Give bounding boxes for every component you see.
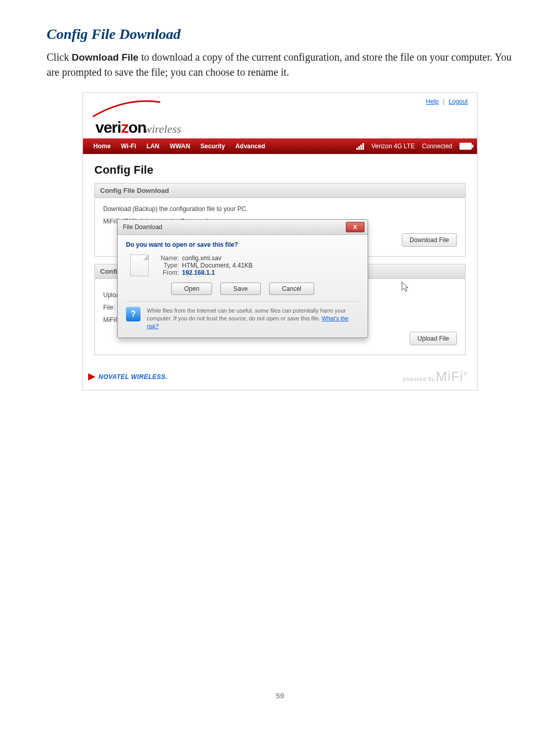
meta-type-key: Type: <box>156 262 179 269</box>
battery-icon <box>459 143 472 150</box>
link-separator: | <box>443 98 444 105</box>
novatel-brand: NOVATEL WIRELESS. <box>99 373 167 381</box>
shield-help-icon: ? <box>126 307 141 321</box>
file-icon <box>130 255 149 276</box>
cursor-icon <box>401 281 410 292</box>
nav-wifi[interactable]: Wi-Fi <box>116 143 141 150</box>
dialog-open-button[interactable]: Open <box>171 283 212 295</box>
logout-link[interactable]: Logout <box>449 98 468 105</box>
page-number: 59 <box>47 691 513 700</box>
upload-file-button[interactable]: Upload File <box>410 332 457 345</box>
router-admin-screenshot: Help | Logout verizon wireless Home Wi-F… <box>82 92 478 390</box>
nav-wwan[interactable]: WWAN <box>164 143 195 150</box>
help-link[interactable]: Help <box>426 98 439 105</box>
download-desc: Download (Backup) the configuration file… <box>103 205 457 213</box>
doc-body: Click Download File to download a copy o… <box>47 50 513 80</box>
mifi-text: MiFi <box>436 369 464 384</box>
brand-sub: wireless <box>144 122 181 136</box>
page-title: Config File <box>94 163 466 177</box>
novatel-arrow-icon <box>88 373 95 381</box>
dialog-cancel-button[interactable]: Cancel <box>269 283 314 295</box>
connection-state: Connected <box>422 143 452 150</box>
dialog-warning-text: While files from the Internet can be use… <box>147 307 359 330</box>
nav-bar: Home Wi-Fi LAN WWAN Security Advanced Ve… <box>83 138 477 154</box>
dialog-close-button[interactable]: X <box>346 222 365 232</box>
dialog-save-button[interactable]: Save <box>220 283 260 295</box>
verizon-swoosh-icon <box>95 105 158 123</box>
meta-from-value: 192.168.1.1 <box>182 269 215 276</box>
file-meta: Name:config.xml.sav Type:HTML Document, … <box>156 255 253 276</box>
doc-body-pre: Click <box>47 51 72 63</box>
nav-home[interactable]: Home <box>88 143 116 150</box>
doc-body-bold: Download File <box>72 52 138 63</box>
doc-section-title: Config File Download <box>47 26 513 43</box>
mifi-logo: powered byMiFi® <box>403 369 468 385</box>
nav-lan[interactable]: LAN <box>142 143 165 150</box>
signal-bars-icon <box>356 143 364 150</box>
nav-advanced[interactable]: Advanced <box>230 143 270 150</box>
warning-text: While files from the Internet can be use… <box>147 307 346 321</box>
meta-name-value: config.xml.sav <box>182 255 221 262</box>
meta-from-key: From: <box>156 269 179 276</box>
dialog-titlebar[interactable]: File Download X <box>118 220 368 235</box>
nav-security[interactable]: Security <box>195 143 230 150</box>
router-footer: NOVATEL WIRELESS. powered byMiFi® <box>83 366 477 390</box>
powered-by-text: powered by <box>403 376 435 382</box>
logo-row: verizon wireless <box>83 105 477 138</box>
download-section-header: Config File Download <box>94 183 466 198</box>
file-download-dialog: File Download X Do you want to open or s… <box>117 219 368 338</box>
meta-name-key: Name: <box>156 255 179 262</box>
dialog-title-text: File Download <box>123 223 162 231</box>
download-file-button[interactable]: Download File <box>402 233 457 247</box>
carrier-status: Verizon 4G LTE <box>371 143 415 150</box>
meta-type-value: HTML Document, 4.41KB <box>182 262 253 269</box>
dialog-question: Do you want to open or save this file? <box>126 241 359 248</box>
